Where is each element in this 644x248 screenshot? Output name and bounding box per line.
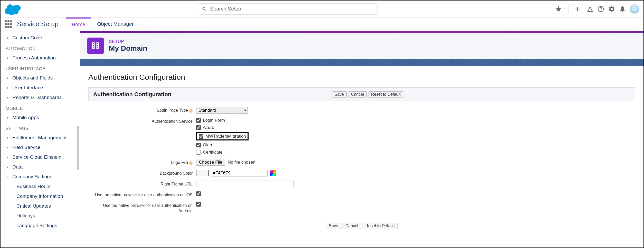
decorative-strip	[80, 31, 643, 33]
sidebar-item-data[interactable]: Data	[3, 162, 80, 172]
sidebar-item-critical-updates[interactable]: Critical Updates	[3, 201, 80, 211]
help-icon[interactable]	[597, 5, 604, 13]
native-ios-checkbox[interactable]	[196, 191, 201, 196]
bg-color-input[interactable]	[211, 170, 268, 176]
sub-header-bar: Authentication Configuration Save Cancel…	[88, 88, 635, 101]
sidebar-item-service-cloud-einstein[interactable]: Service Cloud Einstein	[3, 152, 80, 162]
chevron-right-icon	[6, 116, 10, 120]
reset-button[interactable]: Reset to Default	[368, 91, 403, 98]
plus-icon	[574, 5, 581, 13]
favorites-button[interactable]	[553, 4, 569, 14]
sidebar-item-user-interface[interactable]: User Interface	[3, 83, 80, 93]
sidebar-head-automation: AUTOMATION	[3, 43, 80, 53]
sidebar-head-user-interface: USER INTERFACE	[3, 63, 80, 73]
color-swatch	[196, 170, 209, 176]
auth-service-okta[interactable]: Okta	[196, 143, 249, 148]
app-name: Service Setup	[17, 20, 59, 28]
sidebar-item-mobile-apps[interactable]: Mobile Apps	[3, 113, 80, 122]
login-page-type-select[interactable]: Standard	[196, 107, 248, 114]
save-button[interactable]: Save	[332, 91, 347, 98]
section-title: Authentication Configuration	[88, 73, 635, 82]
help-icon[interactable]: i	[189, 109, 193, 113]
sidebar-item-field-service[interactable]: Field Service	[3, 143, 80, 152]
reset-button-bottom[interactable]: Reset to Default	[363, 223, 398, 229]
sidebar-item-custom-code[interactable]: Custom Code	[3, 33, 80, 43]
sidebar-head-mobile: MOBILE	[3, 102, 80, 113]
trailhead-icon[interactable]	[586, 5, 594, 13]
chevron-right-icon	[6, 145, 10, 149]
header-actions	[553, 4, 639, 14]
page-header: SETUP My Domain	[80, 33, 643, 59]
page-title: My Domain	[109, 44, 147, 52]
auth-service-label: Authentication Service	[88, 118, 196, 124]
chevron-right-icon	[6, 86, 10, 90]
chevron-right-icon	[6, 155, 10, 159]
sidebar-item-business-hours[interactable]: Business Hours	[3, 182, 80, 191]
auth-service-mwtradersmigration[interactable]: MWTradersMigration	[196, 132, 249, 140]
add-button[interactable]	[572, 4, 583, 14]
main-content: SETUP My Domain Authentication Configura…	[80, 31, 643, 247]
page-eyebrow: SETUP	[109, 39, 147, 44]
global-header: Search Setup	[1, 1, 643, 17]
logo-file-label: Logo Filei	[88, 159, 196, 165]
my-domain-icon	[87, 38, 104, 54]
bg-color-label: Background Color	[88, 170, 196, 176]
sidebar-item-company-information[interactable]: Company Information	[3, 191, 80, 201]
salesforce-logo	[5, 3, 23, 15]
chevron-down-icon	[563, 7, 567, 11]
tab-object-manager[interactable]: Object Manager	[91, 17, 146, 31]
login-page-type-label: Login Page Typei	[88, 107, 196, 113]
sidebar-item-company-settings[interactable]: Company Settings	[3, 172, 80, 182]
star-icon	[555, 5, 562, 13]
sidebar-item-language-settings[interactable]: Language Settings	[3, 221, 80, 231]
no-file-text: No file chosen	[228, 160, 255, 165]
sidebar-item-entitlement-management[interactable]: Entitlement Management	[3, 133, 80, 143]
auth-service-azure[interactable]: Azure	[196, 125, 249, 130]
sidebar-item-holidays[interactable]: Holidays	[3, 211, 80, 221]
auth-service-certificate[interactable]: Certificate	[196, 150, 249, 155]
auth-service-checkboxes: Login Form Azure MWTradersMigration Okta…	[196, 118, 249, 155]
auth-service-login-form[interactable]: Login Form	[196, 118, 249, 123]
setup-tree: Custom Code AUTOMATION Process Automatio…	[1, 31, 80, 247]
gear-icon[interactable]	[608, 5, 615, 13]
right-frame-url-label: Right Frame URL	[88, 181, 196, 187]
sidebar-item-reports-dashboards[interactable]: Reports & Dashboards	[3, 93, 80, 102]
choose-file-button[interactable]: Choose File	[196, 159, 225, 166]
sidebar-scrollbar[interactable]	[77, 126, 79, 170]
chevron-right-icon	[6, 56, 10, 60]
search-icon	[202, 6, 207, 12]
user-avatar[interactable]	[630, 4, 639, 14]
app-launcher-icon[interactable]	[5, 20, 12, 28]
cancel-button-bottom[interactable]: Cancel	[343, 223, 361, 229]
sidebar-item-objects-fields[interactable]: Objects and Fields	[3, 73, 80, 83]
save-button-bottom[interactable]: Save	[326, 223, 341, 229]
right-frame-url-input[interactable]	[196, 181, 294, 187]
global-search[interactable]: Search Setup	[198, 3, 378, 15]
chevron-right-icon	[6, 165, 10, 169]
bell-icon[interactable]	[619, 5, 626, 13]
cancel-button[interactable]: Cancel	[348, 91, 367, 98]
chevron-right-icon	[6, 136, 10, 140]
chevron-down-icon	[136, 22, 140, 26]
native-android-label: Use the native browser for user authenti…	[88, 202, 196, 214]
chevron-right-icon	[6, 76, 10, 80]
tab-home[interactable]: Home	[66, 17, 91, 31]
chevron-right-icon	[6, 95, 10, 100]
search-placeholder: Search Setup	[210, 6, 241, 12]
context-nav: Service Setup Home Object Manager	[1, 17, 643, 31]
sidebar-head-settings: SETTINGS	[3, 122, 80, 133]
sub-bar-title: Authentication Configuration	[93, 91, 171, 98]
chevron-right-icon	[6, 36, 10, 40]
help-icon[interactable]: i	[189, 161, 193, 165]
chevron-down-icon	[6, 175, 10, 179]
native-android-checkbox[interactable]	[196, 202, 201, 207]
color-picker-icon[interactable]	[270, 170, 276, 176]
sidebar-item-process-automation[interactable]: Process Automation	[3, 53, 80, 63]
decorative-strip	[80, 59, 643, 66]
native-ios-label: Use the native browser for user authenti…	[88, 191, 196, 198]
